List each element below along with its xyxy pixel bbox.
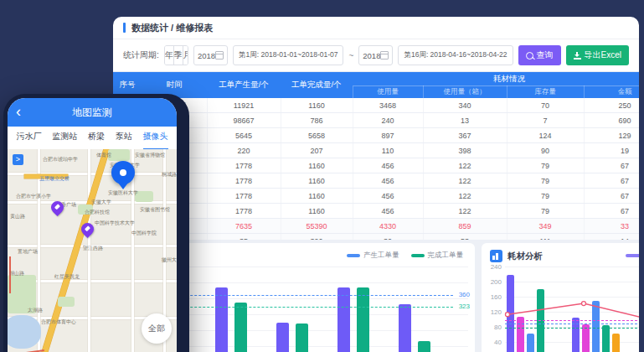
period-label: 统计周期: [123, 49, 159, 61]
phone-tab-泵站[interactable]: 泵站 [116, 126, 132, 150]
reference-line-label: 360 [459, 291, 470, 298]
table-row[interactable]: 56455658897367124129 [113, 128, 639, 143]
bar[interactable] [357, 287, 369, 352]
map-place-label: 合肥市琥珀中学 [43, 156, 78, 163]
map-place-label: 中国科学院 [131, 230, 157, 237]
end-week-value: 第16周: 2018-04-16~2018-04-22 [404, 50, 507, 60]
report-table: 序号 时间 工单产生量/个 工单完成量/个 耗材情况 使用量 使用量（箱） 库存… [113, 72, 639, 249]
calendar-icon [380, 51, 389, 60]
map-place-label: 安徽大学 [91, 199, 111, 206]
table-cell: 690 [584, 113, 639, 128]
table-cell: 5645 [207, 128, 281, 143]
table-row[interactable]: 98667786240137690 [113, 113, 639, 128]
table-cell: 456 [353, 158, 423, 173]
table-cell: 1778 [207, 204, 281, 219]
header-sub-2: 库存量 [507, 86, 584, 99]
start-year-select[interactable]: 2018 [193, 45, 228, 65]
table-total-row[interactable]: 合计763555390433085934933 [113, 219, 639, 234]
table-cell: 1160 [281, 158, 353, 173]
reference-line [505, 328, 639, 329]
table-cell: 67 [584, 204, 639, 219]
table-cell: 456 [353, 204, 423, 219]
y-axis-tick: 80 [487, 324, 502, 331]
map-place-label: 合肥科技馆 [85, 209, 110, 216]
back-chevron-icon[interactable]: ‹ [16, 101, 21, 122]
gridline [505, 267, 639, 267]
table-row[interactable]: 177811604561227967 [113, 189, 639, 204]
bar[interactable] [418, 341, 430, 352]
bar[interactable] [507, 275, 514, 352]
table-cell: 456 [353, 173, 423, 189]
bar[interactable] [215, 287, 228, 352]
period-button-月[interactable]: 月 [183, 46, 188, 65]
map-place-label: 红星美凯龙 [54, 273, 80, 281]
selected-location-pin[interactable] [111, 161, 135, 184]
end-year-select[interactable]: 2018 [358, 45, 393, 65]
phone-tab-桥梁[interactable]: 桥梁 [88, 126, 105, 150]
breadcrumb: 数据统计 / 维修报表 [113, 17, 639, 39]
show-all-button[interactable]: 全部 [142, 313, 172, 344]
table-row[interactable]: 2202071103989019 [113, 143, 639, 158]
end-week-input[interactable]: 第16周: 2018-04-16~2018-04-22 [398, 45, 513, 65]
map-place-label: 五里墩立交桥 [39, 175, 70, 183]
table-cell: 122 [423, 204, 507, 219]
bar[interactable] [517, 317, 524, 352]
table-cell: 240 [353, 113, 423, 128]
map-view[interactable]: 合肥市琥珀中学体育馆安徽农业大学安徽省博物馆五里墩立交桥合肥市宁溪小学稻香广场安… [8, 149, 177, 352]
bar[interactable] [592, 301, 600, 352]
range-separator: ~ [348, 51, 353, 60]
bar[interactable] [572, 318, 580, 352]
table-row[interactable]: 12014年119211160346834070250 [113, 98, 639, 113]
bar[interactable] [276, 323, 289, 352]
table-cell: 67 [584, 158, 639, 173]
bar[interactable] [234, 303, 247, 352]
header-group-consumables: 耗材情况 [353, 72, 639, 86]
map-place-label: 体育馆 [96, 152, 111, 159]
period-button-季[interactable]: 季 [174, 46, 183, 65]
table-cell: 4330 [353, 219, 423, 234]
bar[interactable] [296, 324, 308, 352]
table-cell: 456 [353, 189, 423, 204]
table-cell: 5658 [281, 128, 353, 143]
bar[interactable] [612, 334, 620, 352]
end-year-value: 2018 [363, 51, 380, 60]
y-axis-tick: 120 [487, 308, 502, 316]
table-cell: 1160 [281, 204, 353, 219]
phone-mockup: ‹ 地图监测 污水厂监测站桥梁泵站摄像头 [3, 94, 189, 352]
calendar-icon [215, 51, 224, 60]
table-row[interactable]: 177811604561227967 [113, 204, 639, 219]
start-week-value: 第1周: 2018-01-01~2018-01-07 [239, 50, 337, 60]
table-cell: 1778 [207, 173, 281, 189]
map-place-label: 望江西路 [83, 245, 103, 252]
table-row[interactable]: 177811604561227967 [113, 173, 639, 189]
bar[interactable] [527, 334, 534, 352]
period-segmented-control: 年季月周日 [164, 45, 188, 65]
start-year-value: 2018 [198, 51, 215, 60]
table-cell: 1160 [281, 189, 353, 204]
map-water [8, 315, 41, 349]
export-excel-button[interactable]: 导出Excel [566, 45, 629, 65]
query-button[interactable]: 查询 [518, 45, 561, 65]
map-expand-button[interactable]: > [13, 154, 23, 165]
map-place-label: 合肥市宁溪小学 [16, 193, 51, 200]
bar[interactable] [399, 304, 411, 352]
table-cell: 122 [423, 173, 507, 189]
table-cell: 367 [423, 128, 507, 143]
phone-app-header: ‹ 地图监测 [8, 98, 177, 127]
table-cell: 122 [423, 189, 507, 204]
header-col-created: 工单产生量/个 [207, 72, 281, 98]
phone-tab-污水厂[interactable]: 污水厂 [16, 126, 41, 150]
bar-line-chart: 2402001601208040 [482, 243, 639, 352]
table-row[interactable]: 177811604561227967 [113, 158, 639, 173]
gridline [505, 312, 639, 313]
table-cell: 55390 [281, 219, 353, 234]
start-week-input[interactable]: 第1周: 2018-01-01~2018-01-07 [233, 45, 343, 65]
phone-tab-监测站[interactable]: 监测站 [52, 126, 77, 150]
table-cell: 67 [584, 173, 639, 189]
screenshot-stage: 数据统计 / 维修报表 统计周期: 年季月周日 2018 第1周: 2018-0… [0, 0, 644, 352]
bar[interactable] [337, 287, 350, 352]
phone-tab-摄像头[interactable]: 摄像头 [143, 126, 168, 150]
bar[interactable] [602, 325, 610, 352]
period-button-年[interactable]: 年 [165, 46, 174, 65]
table-cell: 1778 [207, 189, 281, 204]
